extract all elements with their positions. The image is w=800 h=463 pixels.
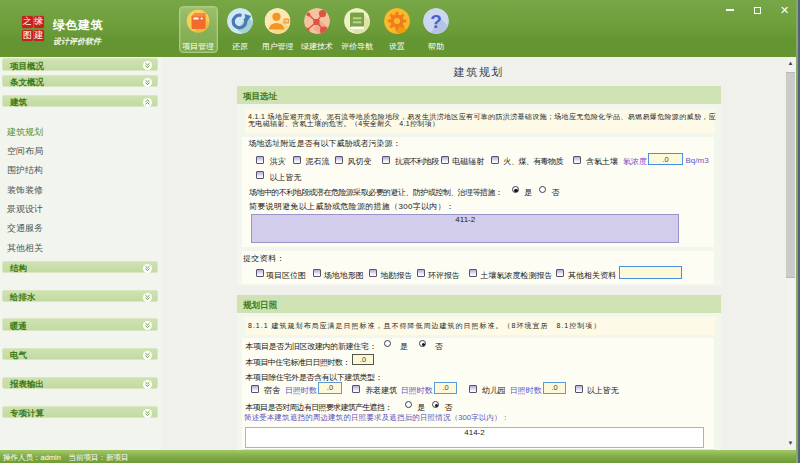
svg-text:?: ? [430,11,442,32]
